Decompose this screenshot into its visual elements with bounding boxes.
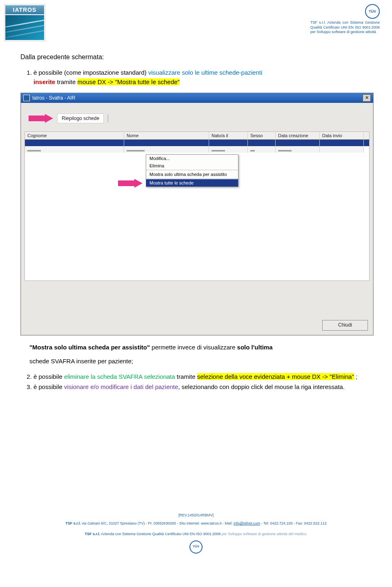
tuv-logo-icon: TÜV bbox=[365, 4, 380, 19]
step-2: è possibile eliminare la scheda SVAFRA s… bbox=[33, 372, 374, 382]
footer-mail-link[interactable]: info@tsfnet.com bbox=[234, 521, 260, 525]
callout-arrow-2 bbox=[118, 179, 143, 188]
grid-body[interactable]: ▬▬▬▬▬▬▬▬▬▬▬▬▬▬ Modifica... Elimina Mostr… bbox=[25, 140, 369, 280]
step1-visualizzare: visualizzare solo le ultime schede-pazie… bbox=[148, 69, 262, 76]
toolbar-row: Riepilogo schede bbox=[29, 113, 370, 123]
col-sesso[interactable]: Sesso bbox=[248, 132, 276, 139]
logo-text: IATROS bbox=[5, 5, 44, 14]
patient-grid[interactable]: Cognome Nome Nato/a il Sesso Data creazi… bbox=[24, 131, 370, 281]
logo-graphic bbox=[5, 15, 44, 40]
toolbar-separator bbox=[108, 114, 108, 122]
app-window: Iatros - Svafra - AIR ✕ Riepilogo schede… bbox=[20, 93, 374, 336]
ctx-elimina[interactable]: Elimina bbox=[146, 162, 238, 169]
ctx-separator bbox=[146, 178, 238, 179]
callout-arrow-1 bbox=[29, 114, 53, 123]
page-header: IATROS TÜV TSF s.r.l. Azienda con Sistem… bbox=[0, 0, 392, 41]
window-icon bbox=[23, 95, 30, 101]
page-footer: [REV.1452014RBMV] TSF s.r.l. via Galvani… bbox=[0, 508, 392, 558]
quote-paragraph: "Mostra solo ultima scheda per assistito… bbox=[29, 344, 374, 351]
footer-line-1: TSF s.r.l. via Galvani 6/C, 31027 Spresi… bbox=[8, 520, 384, 526]
header-cert-block: TÜV TSF s.r.l. Azienda con Sistema Gesti… bbox=[310, 4, 380, 35]
col-data-invio[interactable]: Data invio bbox=[320, 132, 364, 139]
window-body: Riepilogo schede Cognome Nome Nato/a il … bbox=[21, 103, 373, 335]
context-menu[interactable]: Modifica... Elimina Mostra solo ultima s… bbox=[146, 154, 238, 187]
chiudi-button[interactable]: Chiudi bbox=[322, 320, 368, 331]
footer-tuv-icon: TÜV bbox=[189, 540, 203, 554]
col-nato[interactable]: Nato/a il bbox=[209, 132, 248, 139]
footer-line-2: TSF s.r.l. Azienda con Sistema Gestione … bbox=[8, 531, 384, 537]
section-heading: Dalla precedente schermata: bbox=[20, 53, 374, 61]
quote-title-bold: "Mostra solo ultima scheda per assistito… bbox=[29, 344, 150, 351]
step3-violet-text: visionare e/o modificare i dati del pazi… bbox=[64, 383, 178, 390]
document-content: Dalla precedente schermata: è possibile … bbox=[0, 41, 392, 406]
quote-tail: schede SVAFRA inserite per paziente; bbox=[29, 357, 374, 366]
col-cognome[interactable]: Cognome bbox=[25, 132, 124, 139]
grid-row[interactable]: ▬▬▬▬▬▬▬▬▬▬▬▬▬▬ bbox=[25, 146, 369, 153]
step-list-bottom: è possibile eliminare la scheda SVAFRA s… bbox=[20, 372, 374, 392]
window-title: Iatros - Svafra - AIR bbox=[32, 95, 75, 101]
step1-inserite: inserite bbox=[33, 78, 55, 85]
col-data-creazione[interactable]: Data creazione bbox=[276, 132, 320, 139]
step2-green-text: eliminare la scheda SVAFRA selezionata bbox=[64, 373, 175, 380]
step-3: è possibile visionare e/o modificare i d… bbox=[33, 382, 374, 392]
ctx-modifica[interactable]: Modifica... bbox=[146, 155, 238, 162]
window-close-button[interactable]: ✕ bbox=[363, 94, 371, 102]
ctx-mostra-tutte[interactable]: Mostra tutte le schede bbox=[146, 179, 238, 187]
window-titlebar[interactable]: Iatros - Svafra - AIR ✕ bbox=[21, 93, 373, 103]
step-1: è possibile (come impostazione standard)… bbox=[33, 68, 374, 87]
grid-row-selected[interactable] bbox=[25, 140, 369, 146]
ctx-mostra-ultima[interactable]: Mostra solo ultima scheda per assistito bbox=[146, 171, 238, 178]
step1-highlight: mouse DX -> "Mostra tutte le schede" bbox=[78, 78, 180, 85]
ctx-separator bbox=[146, 170, 238, 170]
revision-code: [REV.1452014RBMV] bbox=[8, 512, 384, 518]
cert-text: TSF s.r.l. Azienda con Sistema Gestione … bbox=[310, 20, 380, 35]
step2-highlight: selezione della voce evidenziata + mouse… bbox=[197, 373, 354, 380]
steps-list-continued: schede SVAFRA inserite per paziente; bbox=[20, 357, 374, 366]
step-list-top: è possibile (come impostazione standard)… bbox=[20, 68, 374, 87]
riepilogo-schede-button[interactable]: Riepilogo schede bbox=[57, 113, 104, 123]
iatros-logo: IATROS bbox=[4, 4, 45, 41]
col-nome[interactable]: Nome bbox=[124, 132, 209, 139]
grid-header: Cognome Nome Nato/a il Sesso Data creazi… bbox=[25, 132, 369, 140]
